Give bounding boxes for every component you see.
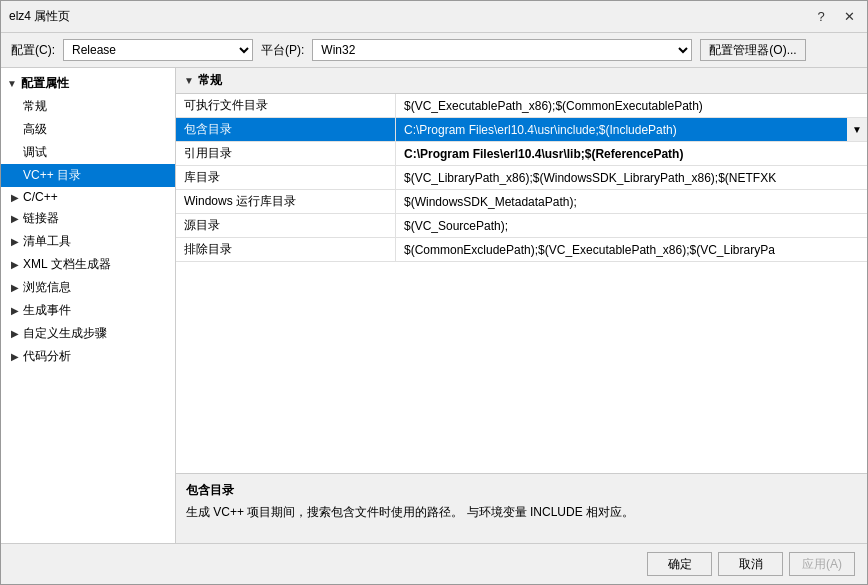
close-button[interactable]: ✕ bbox=[839, 7, 859, 27]
prop-name-reference: 引用目录 bbox=[176, 142, 396, 165]
browse-arrow-icon: ▶ bbox=[11, 282, 19, 293]
props-table: 可执行文件目录 $(VC_ExecutablePath_x86);$(Commo… bbox=[176, 94, 867, 473]
prop-row-exclude[interactable]: 排除目录 $(CommonExcludePath);$(VC_Executabl… bbox=[176, 238, 867, 262]
prop-value-container-winrt: $(WindowsSDK_MetadataPath); bbox=[396, 190, 867, 213]
title-bar-buttons: ? ✕ bbox=[811, 7, 859, 27]
sidebar-item-browse[interactable]: ▶ 浏览信息 bbox=[1, 276, 175, 299]
description-panel: 包含目录 生成 VC++ 项目期间，搜索包含文件时使用的路径。 与环境变量 IN… bbox=[176, 473, 867, 543]
prop-row-library[interactable]: 库目录 $(VC_LibraryPath_x86);$(WindowsSDK_L… bbox=[176, 166, 867, 190]
xmldoc-arrow-icon: ▶ bbox=[11, 259, 19, 270]
section-arrow-icon: ▼ bbox=[184, 75, 194, 86]
sidebar-item-linker[interactable]: ▶ 链接器 bbox=[1, 207, 175, 230]
customstep-arrow-icon: ▶ bbox=[11, 328, 19, 339]
cancel-button[interactable]: 取消 bbox=[718, 552, 783, 576]
root-arrow-icon: ▼ bbox=[7, 78, 17, 89]
sidebar-item-vcdirs[interactable]: VC++ 目录 bbox=[1, 164, 175, 187]
dialog-title: elz4 属性页 bbox=[9, 8, 70, 25]
footer: 确定 取消 应用(A) bbox=[1, 543, 867, 584]
sidebar-root[interactable]: ▼ 配置属性 bbox=[1, 72, 175, 95]
ok-button[interactable]: 确定 bbox=[647, 552, 712, 576]
desc-title: 包含目录 bbox=[186, 482, 857, 499]
prop-value-container-exclude: $(CommonExcludePath);$(VC_ExecutablePath… bbox=[396, 238, 867, 261]
props-section-header: ▼ 常规 bbox=[176, 68, 867, 94]
sidebar-item-buildevents[interactable]: ▶ 生成事件 bbox=[1, 299, 175, 322]
config-label: 配置(C): bbox=[11, 42, 55, 59]
prop-name-winrt: Windows 运行库目录 bbox=[176, 190, 396, 213]
include-dropdown-button[interactable]: ▼ bbox=[847, 118, 867, 141]
prop-value-container-library: $(VC_LibraryPath_x86);$(WindowsSDK_Libra… bbox=[396, 166, 867, 189]
prop-row-executable[interactable]: 可执行文件目录 $(VC_ExecutablePath_x86);$(Commo… bbox=[176, 94, 867, 118]
sidebar-root-label: 配置属性 bbox=[21, 75, 69, 92]
prop-name-include: 包含目录 bbox=[176, 118, 396, 141]
sidebar-item-customstep[interactable]: ▶ 自定义生成步骤 bbox=[1, 322, 175, 345]
prop-name-executable: 可执行文件目录 bbox=[176, 94, 396, 117]
platform-select[interactable]: Win32 bbox=[312, 39, 692, 61]
manifest-arrow-icon: ▶ bbox=[11, 236, 19, 247]
prop-value-container-include: C:\Program Files\erl10.4\usr\include;$(I… bbox=[396, 118, 867, 141]
cpp-arrow-icon: ▶ bbox=[11, 192, 19, 203]
buildevents-arrow-icon: ▶ bbox=[11, 305, 19, 316]
sidebar-item-general[interactable]: 常规 bbox=[1, 95, 175, 118]
prop-name-source: 源目录 bbox=[176, 214, 396, 237]
right-panel: ▼ 常规 可执行文件目录 $(VC_ExecutablePath_x86);$(… bbox=[176, 68, 867, 543]
apply-button[interactable]: 应用(A) bbox=[789, 552, 855, 576]
prop-value-reference: C:\Program Files\erl10.4\usr\lib;$(Refer… bbox=[396, 142, 867, 165]
linker-arrow-icon: ▶ bbox=[11, 213, 19, 224]
desc-text: 生成 VC++ 项目期间，搜索包含文件时使用的路径。 与环境变量 INCLUDE… bbox=[186, 503, 857, 521]
sidebar-item-cpp[interactable]: ▶ C/C++ bbox=[1, 187, 175, 207]
sidebar: ▼ 配置属性 常规 高级 调试 VC++ 目录 ▶ C/C++ ▶ 链接器 bbox=[1, 68, 176, 543]
prop-value-library: $(VC_LibraryPath_x86);$(WindowsSDK_Libra… bbox=[396, 166, 867, 189]
sidebar-item-advanced[interactable]: 高级 bbox=[1, 118, 175, 141]
platform-label: 平台(P): bbox=[261, 42, 304, 59]
main-content: ▼ 配置属性 常规 高级 调试 VC++ 目录 ▶ C/C++ ▶ 链接器 bbox=[1, 68, 867, 543]
prop-value-exclude: $(CommonExcludePath);$(VC_ExecutablePath… bbox=[396, 238, 867, 261]
prop-row-reference[interactable]: 引用目录 C:\Program Files\erl10.4\usr\lib;$(… bbox=[176, 142, 867, 166]
codeanalysis-arrow-icon: ▶ bbox=[11, 351, 19, 362]
dialog: elz4 属性页 ? ✕ 配置(C): Release 平台(P): Win32… bbox=[0, 0, 868, 585]
prop-value-include: C:\Program Files\erl10.4\usr\include;$(I… bbox=[396, 118, 847, 141]
prop-value-container-source: $(VC_SourcePath); bbox=[396, 214, 867, 237]
props-section-label: 常规 bbox=[198, 72, 222, 89]
prop-row-include[interactable]: 包含目录 C:\Program Files\erl10.4\usr\includ… bbox=[176, 118, 867, 142]
sidebar-item-codeanalysis[interactable]: ▶ 代码分析 bbox=[1, 345, 175, 368]
prop-row-source[interactable]: 源目录 $(VC_SourcePath); bbox=[176, 214, 867, 238]
prop-value-winrt: $(WindowsSDK_MetadataPath); bbox=[396, 190, 867, 213]
prop-name-library: 库目录 bbox=[176, 166, 396, 189]
help-button[interactable]: ? bbox=[811, 7, 831, 27]
prop-value-executable: $(VC_ExecutablePath_x86);$(CommonExecuta… bbox=[396, 94, 867, 117]
sidebar-item-debug[interactable]: 调试 bbox=[1, 141, 175, 164]
prop-name-exclude: 排除目录 bbox=[176, 238, 396, 261]
config-select[interactable]: Release bbox=[63, 39, 253, 61]
title-bar: elz4 属性页 ? ✕ bbox=[1, 1, 867, 33]
sidebar-item-manifest[interactable]: ▶ 清单工具 bbox=[1, 230, 175, 253]
prop-value-source: $(VC_SourcePath); bbox=[396, 214, 867, 237]
prop-value-container-executable: $(VC_ExecutablePath_x86);$(CommonExecuta… bbox=[396, 94, 867, 117]
config-manager-button[interactable]: 配置管理器(O)... bbox=[700, 39, 805, 61]
sidebar-item-xmldoc[interactable]: ▶ XML 文档生成器 bbox=[1, 253, 175, 276]
prop-value-container-reference: C:\Program Files\erl10.4\usr\lib;$(Refer… bbox=[396, 142, 867, 165]
toolbar: 配置(C): Release 平台(P): Win32 配置管理器(O)... bbox=[1, 33, 867, 68]
prop-row-winrt[interactable]: Windows 运行库目录 $(WindowsSDK_MetadataPath)… bbox=[176, 190, 867, 214]
